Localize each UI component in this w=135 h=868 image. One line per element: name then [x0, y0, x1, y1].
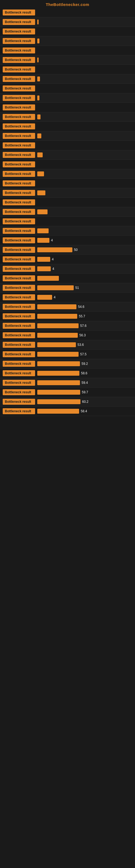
bottleneck-label: Bottleneck result — [3, 29, 35, 34]
table-row: Bottleneck result — [0, 84, 135, 93]
bottleneck-label: Bottleneck result — [3, 342, 35, 348]
bottleneck-label: Bottleneck result — [3, 247, 35, 253]
table-row: Bottleneck result — [0, 226, 135, 236]
bottleneck-label: Bottleneck result — [3, 266, 35, 272]
bottleneck-label: Bottleneck result — [3, 332, 35, 338]
table-row: Bottleneck result — [0, 188, 135, 198]
result-bar — [37, 190, 45, 195]
bar-container: 4 — [37, 295, 132, 300]
bottleneck-label: Bottleneck result — [3, 237, 35, 243]
result-bar — [37, 257, 50, 262]
bottleneck-label: Bottleneck result — [3, 38, 35, 44]
result-bar — [37, 390, 80, 395]
table-row: Bottleneck result — [0, 46, 135, 55]
bottleneck-label: Bottleneck result — [3, 323, 35, 329]
result-bar — [37, 38, 39, 43]
result-bar — [37, 276, 59, 281]
result-bar — [37, 295, 52, 300]
bottleneck-label: Bottleneck result — [3, 389, 35, 395]
table-row: Bottleneck result60.2 — [0, 397, 135, 407]
bottleneck-label: Bottleneck result — [3, 123, 35, 129]
bottleneck-label: Bottleneck result — [3, 199, 35, 205]
table-row: Bottleneck result — [0, 103, 135, 112]
result-bar — [37, 399, 81, 404]
bar-container: 56.3 — [37, 333, 132, 338]
bottleneck-label: Bottleneck result — [3, 351, 35, 357]
table-row: Bottleneck result — [0, 27, 135, 36]
bottleneck-label: Bottleneck result — [3, 180, 35, 186]
bar-container: 4 — [37, 257, 132, 262]
bottleneck-label: Bottleneck result — [3, 57, 35, 63]
bottleneck-label: Bottleneck result — [3, 190, 35, 196]
bar-container — [37, 133, 132, 138]
result-bar — [37, 361, 80, 366]
bottleneck-label: Bottleneck result — [3, 104, 35, 111]
result-value: 4 — [52, 257, 63, 261]
bar-container: 4 — [37, 238, 132, 243]
bar-container: 4 — [37, 267, 132, 271]
table-row: Bottleneck result57.5 — [0, 350, 135, 359]
result-value: 59.7 — [82, 390, 93, 394]
bar-container: 54.6 — [37, 304, 132, 309]
result-value: 58.6 — [81, 371, 92, 375]
bottleneck-label: Bottleneck result — [3, 304, 35, 310]
bar-container — [37, 38, 132, 43]
bar-container — [37, 115, 132, 119]
bottleneck-label: Bottleneck result — [3, 19, 35, 25]
bar-container — [37, 228, 132, 233]
result-bar — [37, 323, 79, 328]
result-bar — [37, 267, 51, 271]
table-row: Bottleneck result56.3 — [0, 331, 135, 340]
bottleneck-label: Bottleneck result — [3, 285, 35, 291]
result-value: 4 — [52, 267, 63, 271]
table-row: Bottleneck result — [0, 131, 135, 141]
table-row: Bottleneck result — [0, 112, 135, 122]
site-name: TheBottlenecker.com — [46, 2, 89, 7]
bottleneck-label: Bottleneck result — [3, 361, 35, 367]
table-row: Bottleneck result — [0, 55, 135, 65]
table-row: Bottleneck result4 — [0, 255, 135, 264]
site-header: TheBottlenecker.com — [0, 0, 135, 8]
table-row: Bottleneck result — [0, 150, 135, 160]
table-row: Bottleneck result — [0, 274, 135, 283]
table-row: Bottleneck result54.6 — [0, 302, 135, 312]
bottleneck-label: Bottleneck result — [3, 76, 35, 82]
result-value: 58.4 — [81, 409, 92, 413]
bottleneck-label: Bottleneck result — [3, 9, 35, 16]
bottleneck-label: Bottleneck result — [3, 95, 35, 101]
bottleneck-label: Bottleneck result — [3, 275, 35, 281]
bar-container — [37, 20, 132, 24]
bar-container: 59.7 — [37, 390, 132, 395]
table-row: Bottleneck result4 — [0, 293, 135, 302]
table-row: Bottleneck result — [0, 179, 135, 188]
bar-container — [37, 95, 132, 100]
table-row: Bottleneck result — [0, 18, 135, 27]
result-bar — [37, 20, 39, 24]
result-bar — [37, 209, 48, 214]
result-bar — [37, 76, 40, 82]
table-row: Bottleneck result53.6 — [0, 340, 135, 350]
bottleneck-label: Bottleneck result — [3, 152, 35, 158]
result-value: 56.3 — [79, 333, 90, 337]
bottleneck-label: Bottleneck result — [3, 133, 35, 139]
table-row: Bottleneck result4 — [0, 264, 135, 274]
bottleneck-label: Bottleneck result — [3, 399, 35, 405]
table-row: Bottleneck result55.7 — [0, 312, 135, 321]
bar-container — [37, 58, 132, 62]
result-bar — [37, 228, 49, 233]
result-value: 59.2 — [82, 362, 92, 366]
bar-container — [37, 209, 132, 214]
result-value: 50 — [74, 248, 85, 252]
result-bar — [37, 247, 72, 252]
bottleneck-label: Bottleneck result — [3, 48, 35, 54]
result-bar — [37, 58, 39, 62]
table-row: Bottleneck result — [0, 141, 135, 150]
result-bar — [37, 333, 78, 338]
bottleneck-label: Bottleneck result — [3, 408, 35, 414]
bar-container: 58.4 — [37, 409, 132, 414]
result-value: 51 — [75, 286, 86, 290]
table-row: Bottleneck result — [0, 122, 135, 131]
result-value: 57.5 — [80, 352, 91, 356]
bottleneck-label: Bottleneck result — [3, 380, 35, 386]
bar-container: 57.5 — [37, 352, 132, 357]
